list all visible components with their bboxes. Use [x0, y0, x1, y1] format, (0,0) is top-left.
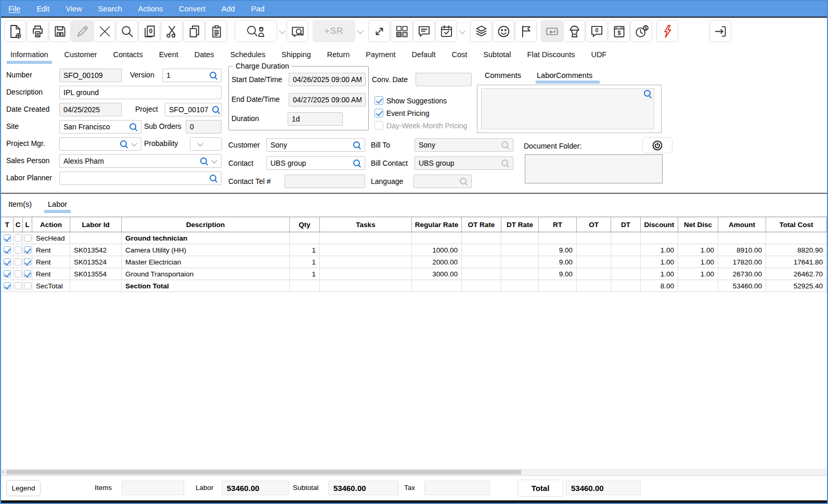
- cell-total-cost[interactable]: 52925.40: [766, 280, 827, 291]
- tax-field[interactable]: [424, 481, 490, 495]
- search-icon[interactable]: [130, 123, 137, 131]
- col-header-ot-rate[interactable]: OT Rate: [462, 217, 501, 232]
- cell-tasks[interactable]: [320, 256, 412, 268]
- tab-dates[interactable]: Dates: [195, 46, 214, 63]
- cell-dt[interactable]: [611, 268, 641, 280]
- cell-tasks[interactable]: [320, 280, 412, 291]
- invoice-button[interactable]: $: [608, 20, 630, 42]
- cell-ot-rate[interactable]: [462, 256, 501, 268]
- col-header-labor-id[interactable]: Labor Id: [70, 217, 122, 232]
- paste-button[interactable]: [205, 20, 227, 42]
- return-key-button[interactable]: [541, 20, 563, 42]
- col-header-net-disc[interactable]: Net Disc: [678, 217, 718, 232]
- search-icon[interactable]: [120, 140, 128, 148]
- total-button[interactable]: Total: [518, 480, 563, 497]
- search-button[interactable]: [116, 20, 138, 42]
- legend-button[interactable]: Legend: [6, 480, 41, 496]
- tab-contacts[interactable]: Contacts: [113, 46, 143, 63]
- language-field[interactable]: [413, 175, 472, 188]
- t-checkbox[interactable]: [4, 234, 11, 242]
- c-checkbox[interactable]: [15, 234, 22, 242]
- cell-qty[interactable]: 1: [290, 268, 320, 280]
- document-folder-box[interactable]: [525, 154, 663, 183]
- cell-dt-rate[interactable]: [501, 232, 539, 244]
- cell-ot-rate[interactable]: [462, 280, 501, 291]
- cell-net-disc[interactable]: 1.00: [678, 256, 718, 268]
- cell-dt-rate[interactable]: [501, 280, 539, 291]
- menu-search[interactable]: Search: [98, 5, 122, 13]
- cell-regular-rate[interactable]: 1000.00: [412, 244, 462, 256]
- search-icon[interactable]: [210, 175, 217, 182]
- flag-button[interactable]: [515, 20, 537, 42]
- bill-contact-field[interactable]: UBS group: [415, 156, 513, 170]
- duration-field[interactable]: 1d: [288, 112, 343, 126]
- chevron-down-icon[interactable]: [357, 27, 364, 34]
- tab-default[interactable]: Default: [412, 46, 436, 63]
- save-button[interactable]: [49, 20, 71, 42]
- cell-ot[interactable]: [577, 256, 611, 268]
- chevron-down-icon[interactable]: [197, 140, 203, 146]
- cell-dt-rate[interactable]: [501, 268, 539, 280]
- col-header-ot[interactable]: OT: [577, 217, 611, 232]
- col-header-regular-rate[interactable]: Regular Rate: [412, 217, 462, 232]
- cell-discount[interactable]: [641, 232, 678, 244]
- table-row[interactable]: Rent SK013542 Camera Utility (HH) 1 1000…: [1, 244, 827, 256]
- menu-edit[interactable]: Edit: [36, 5, 49, 13]
- c-checkbox[interactable]: [15, 282, 22, 289]
- c-checkbox[interactable]: [15, 258, 22, 266]
- table-row[interactable]: SecTotal Section Total 8.00 53460.00 529…: [1, 280, 827, 292]
- cell-action[interactable]: SecHead: [32, 232, 70, 244]
- labor-comments-textarea[interactable]: [481, 88, 654, 129]
- cell-dt-rate[interactable]: [501, 256, 539, 268]
- tab-items[interactable]: Item(s): [8, 200, 32, 208]
- version-field[interactable]: 1: [162, 69, 222, 82]
- cell-rt[interactable]: 9.00: [539, 256, 577, 268]
- cell-labor-id[interactable]: [70, 232, 122, 244]
- cell-ot-rate[interactable]: [462, 268, 501, 280]
- tab-udf[interactable]: UDF: [591, 46, 606, 63]
- smiley-button[interactable]: [493, 20, 514, 42]
- cell-labor-id[interactable]: SK013524: [70, 256, 122, 268]
- col-header-rt[interactable]: RT: [539, 217, 577, 232]
- cell-net-disc[interactable]: 1.00: [678, 244, 718, 256]
- tab-labor[interactable]: Labor: [48, 200, 67, 208]
- cell-total-cost[interactable]: [766, 232, 827, 244]
- crew-worker-button[interactable]: [563, 20, 585, 42]
- cell-action[interactable]: Rent: [32, 244, 70, 256]
- t-checkbox[interactable]: [4, 270, 11, 277]
- cell-discount[interactable]: 1.00: [641, 244, 678, 256]
- col-header-discount[interactable]: Discount: [641, 217, 678, 232]
- cell-labor-id[interactable]: [70, 280, 122, 291]
- search-icon[interactable]: [353, 141, 361, 149]
- col-header-description[interactable]: Description: [122, 217, 290, 232]
- t-checkbox[interactable]: [4, 246, 11, 254]
- start-datetime-field[interactable]: 04/26/2025 09:00 AM: [289, 73, 366, 86]
- edit-button[interactable]: [71, 20, 93, 42]
- cell-amount[interactable]: [718, 232, 766, 244]
- tab-payment[interactable]: Payment: [366, 46, 395, 63]
- col-header-l[interactable]: L: [23, 217, 32, 232]
- cell-description[interactable]: Master Electrician: [122, 256, 290, 268]
- layout-grid-button[interactable]: [391, 20, 412, 42]
- tab-schedules[interactable]: Schedules: [230, 46, 266, 63]
- chevron-down-icon[interactable]: [459, 27, 466, 34]
- l-checkbox[interactable]: [24, 270, 31, 277]
- cell-action[interactable]: Rent: [32, 268, 70, 280]
- duplicate-zero-button[interactable]: 0: [138, 20, 160, 42]
- tab-information[interactable]: Information: [10, 46, 48, 63]
- l-checkbox[interactable]: [24, 246, 31, 254]
- scrollbar-thumb[interactable]: [6, 470, 521, 474]
- delete-button[interactable]: [94, 20, 115, 42]
- menu-add[interactable]: Add: [222, 5, 235, 13]
- cell-rt[interactable]: 9.00: [539, 268, 577, 280]
- print-button[interactable]: [27, 20, 48, 42]
- tab-return[interactable]: Return: [327, 46, 350, 63]
- cell-dt[interactable]: [611, 256, 641, 268]
- cell-regular-rate[interactable]: 3000.00: [412, 268, 462, 280]
- tab-shipping[interactable]: Shipping: [281, 46, 310, 63]
- cell-dt-rate[interactable]: [501, 244, 539, 256]
- speech-zero-button[interactable]: 0: [586, 20, 607, 42]
- customer-field[interactable]: Sony: [266, 138, 365, 152]
- labor-comments-tab[interactable]: LaborComments: [537, 71, 592, 79]
- cell-tasks[interactable]: [320, 232, 412, 244]
